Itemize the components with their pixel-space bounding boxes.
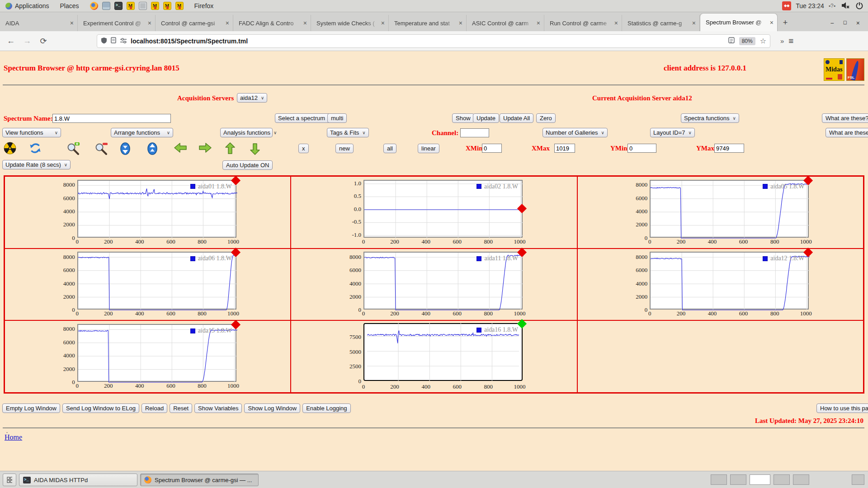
layout-id-dropdown[interactable]: Layout ID=7∨: [650, 128, 695, 137]
midas-window-icon[interactable]: M: [127, 2, 135, 10]
show-log-window-button[interactable]: Show Log Window: [244, 404, 300, 413]
window-close-button[interactable]: ×: [856, 19, 860, 27]
tab-close-icon[interactable]: ×: [146, 19, 151, 27]
files-launcher-icon[interactable]: [102, 2, 110, 10]
firefox-launcher-icon[interactable]: [90, 2, 98, 10]
spectra-functions-dropdown[interactable]: Spectra functions∨: [681, 113, 739, 123]
reload-button[interactable]: Reload: [142, 404, 167, 413]
volume-muted-icon[interactable]: [841, 2, 850, 10]
show-button[interactable]: Show: [452, 113, 474, 123]
workspace-cell-1[interactable]: [711, 474, 727, 485]
plot-canvas-aida11[interactable]: aida11 1.8.W: [363, 252, 523, 310]
acquisition-server-select[interactable]: aida12∨: [237, 93, 267, 103]
page-info-icon[interactable]: [111, 37, 116, 45]
address-bar[interactable]: localhost:8015/Spectrum/Spectrum.tml 80%…: [97, 34, 770, 48]
x-axis-button[interactable]: x: [298, 144, 309, 153]
tab-close-icon[interactable]: ×: [690, 19, 696, 27]
arrow-right-icon[interactable]: [198, 142, 213, 155]
workspace-cell-4[interactable]: [774, 474, 790, 485]
spectrum-plot-aida05[interactable]: 02000400060008000aida05 1.8.W02004006008…: [632, 180, 809, 245]
ymax-input[interactable]: [714, 144, 744, 153]
places-menu[interactable]: Places: [55, 0, 85, 12]
spectrum-plot-aida12[interactable]: 02000400060008000aida12 1.8.W02004006008…: [632, 252, 809, 317]
forward-button[interactable]: →: [21, 36, 33, 46]
power-icon[interactable]: [855, 1, 863, 11]
channel-input[interactable]: [460, 128, 489, 137]
plot-canvas-aida16[interactable]: aida16 1.8.W: [363, 323, 523, 381]
what-are-these-button-2[interactable]: What are these?: [826, 128, 868, 137]
permissions-icon[interactable]: [120, 38, 127, 45]
notification-icon[interactable]: ◆◆: [782, 1, 791, 10]
refresh-icon[interactable]: [29, 142, 42, 156]
plot-canvas-aida06[interactable]: aida06 1.8.W: [77, 252, 236, 310]
arrow-down-icon[interactable]: [249, 142, 261, 157]
browser-tab-control-carme-gsi[interactable]: Control @ carme-gsi×: [156, 15, 233, 31]
clock[interactable]: Tue 23:24: [796, 2, 824, 9]
empty-log-window-button[interactable]: Empty Log Window: [2, 404, 60, 413]
new-tab-button[interactable]: +: [778, 18, 793, 31]
tab-close-icon[interactable]: ×: [302, 19, 307, 27]
xmax-input[interactable]: [554, 144, 575, 153]
tags-fits-dropdown[interactable]: Tags & Fits∨: [327, 128, 369, 137]
browser-tab-run-control-carme[interactable]: Run Control @ carme×: [544, 15, 622, 31]
taskbar-window-spectrum-browser[interactable]: Spectrum Browser @ carme-gsi — ...: [140, 474, 259, 486]
tab-close-icon[interactable]: ×: [535, 19, 540, 27]
app-menu-icon[interactable]: ≡: [788, 36, 793, 46]
browser-tab-statistics-carme-g[interactable]: Statistics @ carme-g×: [622, 15, 700, 31]
number-of-galleries-dropdown[interactable]: Number of Galleries∨: [542, 128, 608, 137]
show-variables-button[interactable]: Show Variables: [194, 404, 242, 413]
show-desktop-button[interactable]: [3, 474, 16, 486]
radioactive-icon[interactable]: [4, 142, 16, 156]
tab-close-icon[interactable]: ×: [224, 19, 229, 27]
workspace-cell-2[interactable]: [730, 474, 746, 485]
expand-vertical-icon[interactable]: [146, 142, 158, 157]
multi-button[interactable]: multi: [327, 113, 347, 123]
arrange-functions-dropdown[interactable]: Arrange functions∨: [111, 128, 173, 137]
midas-window-icon[interactable]: M: [175, 2, 184, 10]
facility-logo[interactable]: FSL: [846, 58, 864, 81]
browser-tab-temperature-and-stat[interactable]: Temperature and stat×: [389, 15, 467, 31]
bookmark-star-icon[interactable]: ☆: [760, 37, 766, 45]
toolbar-overflow-icon[interactable]: »: [780, 37, 783, 45]
midas-window-icon[interactable]: M: [163, 2, 171, 10]
workspace-cell-5[interactable]: [793, 474, 809, 485]
workspace-cell-3[interactable]: [750, 474, 770, 485]
taskbar-tray-cell[interactable]: [852, 474, 864, 485]
terminal-launcher-icon[interactable]: >_: [114, 2, 123, 10]
plot-canvas-aida15[interactable]: aida15 1.8.W: [77, 324, 236, 382]
tab-close-icon[interactable]: ×: [768, 19, 774, 26]
analysis-functions-dropdown[interactable]: Analysis functions∨: [220, 128, 273, 137]
what-are-these-button-1[interactable]: What are these?: [822, 113, 868, 123]
select-spectrum-dropdown[interactable]: Select a spectrum∨: [275, 113, 335, 123]
plot-canvas-aida12[interactable]: aida12 1.8.W: [650, 252, 809, 310]
zoom-in-icon[interactable]: [66, 142, 80, 157]
spectrum-plot-aida15[interactable]: 02000400060008000aida15 1.8.W02004006008…: [59, 324, 236, 389]
shield-icon[interactable]: [101, 37, 107, 45]
plot-canvas-aida02[interactable]: aida02 1.8.W: [363, 180, 523, 238]
how-to-use-button[interactable]: How to use this page: [816, 404, 868, 413]
view-functions-dropdown[interactable]: View functions∨: [2, 128, 61, 137]
keyboard-indicator-icon[interactable]: ▪?▪: [829, 3, 835, 9]
spectrum-plot-aida06[interactable]: 02000400060008000aida06 1.8.W02004006008…: [59, 252, 236, 317]
window-minimize-button[interactable]: −: [830, 19, 834, 27]
new-button[interactable]: new: [335, 144, 354, 153]
browser-tab-spectrum-browser[interactable]: Spectrum Browser @×: [700, 13, 778, 31]
reset-button[interactable]: Reset: [170, 404, 192, 413]
zero-button[interactable]: Zero: [536, 113, 556, 123]
browser-tab-system-wide-checks[interactable]: System wide Checks (×: [311, 15, 389, 31]
reader-mode-icon[interactable]: [728, 37, 735, 45]
linear-button[interactable]: linear: [418, 144, 439, 153]
tab-close-icon[interactable]: ×: [457, 19, 462, 27]
taskbar-window-aida-midas-httpd[interactable]: >_ AIDA MIDAS HTTPd: [19, 474, 137, 486]
update-button[interactable]: Update: [473, 113, 499, 123]
arrow-left-icon[interactable]: [173, 142, 188, 155]
tab-close-icon[interactable]: ×: [68, 19, 74, 27]
update-all-button[interactable]: Update All: [500, 113, 533, 123]
window-maximize-button[interactable]: ◻: [843, 19, 847, 27]
zoom-out-icon[interactable]: [94, 142, 108, 157]
collapse-vertical-icon[interactable]: [119, 142, 131, 157]
tab-close-icon[interactable]: ×: [379, 19, 385, 27]
midas-logo[interactable]: Midas: [824, 58, 844, 81]
ymin-input[interactable]: [627, 144, 656, 153]
screenshot-tool-icon[interactable]: [139, 2, 147, 10]
